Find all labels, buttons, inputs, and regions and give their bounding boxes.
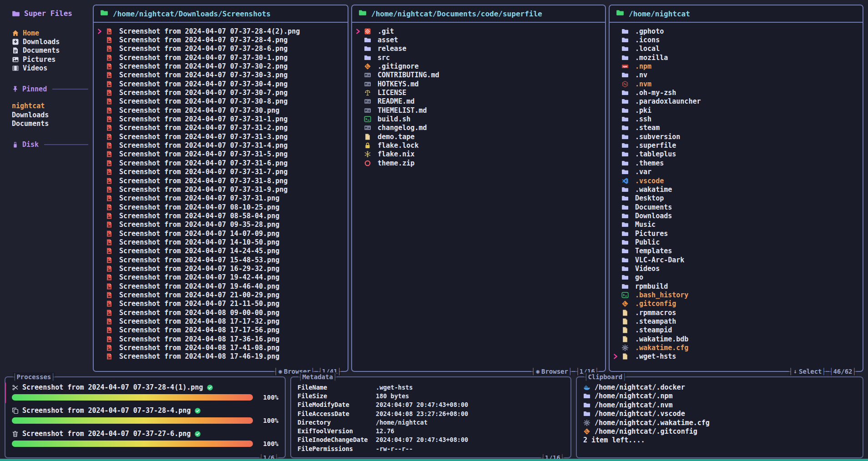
- file-row[interactable]: asset: [355, 35, 603, 44]
- file-row[interactable]: Desktop: [612, 194, 861, 203]
- file-row[interactable]: Screenshot from 2024-04-07 07-37-31-7.pn…: [96, 168, 346, 176]
- file-row[interactable]: .gitconfig: [612, 300, 861, 308]
- sidebar-item-downloads[interactable]: Downloads: [12, 37, 89, 46]
- process-item[interactable]: Screenshot from 2024-04-07 07-37-28-4(1)…: [12, 383, 278, 401]
- file-row[interactable]: npm.npm: [612, 62, 861, 70]
- file-row[interactable]: Screenshot from 2024-04-07 07-37-30-3.pn…: [96, 71, 346, 80]
- file-row[interactable]: Screenshot from 2024-04-07 08-10-25.png: [96, 203, 346, 211]
- file-row[interactable]: HOTKEYS.md: [355, 80, 603, 88]
- file-row[interactable]: Screenshot from 2024-04-07 07-37-31-9.pn…: [96, 185, 346, 194]
- file-row[interactable]: Screenshot from 2024-04-07 07-37-30-8.pn…: [96, 97, 346, 106]
- file-row[interactable]: changelog.md: [355, 124, 603, 132]
- sidebar-item-videos[interactable]: Videos: [12, 64, 89, 73]
- file-row[interactable]: .wakatime: [612, 185, 861, 194]
- file-row[interactable]: VLC-Arc-Dark: [612, 256, 861, 264]
- file-row[interactable]: Templates: [612, 247, 861, 256]
- file-row[interactable]: .mozilla: [612, 53, 861, 62]
- file-row[interactable]: Screenshot from 2024-04-07 07-37-30-7.pn…: [96, 88, 346, 97]
- file-row[interactable]: Screenshot from 2024-04-07 07-37-31-2.pn…: [96, 124, 346, 132]
- file-row[interactable]: Screenshot from 2024-04-08 17-17-32.png: [96, 317, 346, 326]
- sidebar-item-pictures[interactable]: Pictures: [12, 55, 89, 64]
- file-row[interactable]: Screenshot from 2024-04-07 19-42-44.png: [96, 273, 346, 282]
- file-row[interactable]: Screenshot from 2024-04-08 17-17-56.png: [96, 326, 346, 335]
- file-row[interactable]: Screenshot from 2024-04-07 07-37-30-2.pn…: [96, 62, 346, 70]
- sidebar-pinned-downloads[interactable]: Downloads: [12, 111, 89, 120]
- file-row[interactable]: .local: [612, 45, 861, 53]
- file-row[interactable]: Documents: [612, 203, 861, 211]
- file-row[interactable]: release: [355, 45, 603, 53]
- file-row[interactable]: LICENSE: [355, 88, 603, 97]
- file-row[interactable]: Pictures: [612, 229, 861, 238]
- file-row[interactable]: .steam: [612, 124, 861, 132]
- file-row[interactable]: .subversion: [612, 132, 861, 141]
- file-row[interactable]: Screenshot from 2024-04-08 17-36-16.png: [96, 335, 346, 343]
- file-row[interactable]: .nv: [612, 71, 861, 80]
- file-row[interactable]: .steampath: [612, 317, 861, 326]
- file-row[interactable]: Screenshot from 2024-04-08 17-46-19.png: [96, 352, 346, 361]
- sidebar-item-documents[interactable]: Documents: [12, 46, 89, 55]
- sidebar-pinned-nightcat[interactable]: nightcat: [12, 102, 89, 110]
- file-row[interactable]: .pki: [612, 106, 861, 115]
- file-row[interactable]: .wakatime.bdb: [612, 335, 861, 343]
- file-row[interactable]: go: [612, 273, 861, 282]
- file-row[interactable]: .gphoto: [612, 27, 861, 35]
- file-row[interactable]: .bash_history: [612, 291, 861, 299]
- file-row[interactable]: Screenshot from 2024-04-07 07-37-28-4.pn…: [96, 35, 346, 44]
- sidebar-pinned-documents[interactable]: Documents: [12, 120, 89, 128]
- file-row[interactable]: Screenshot from 2024-04-07 19-46-40.png: [96, 282, 346, 291]
- file-row[interactable]: Videos: [612, 264, 861, 273]
- file-row[interactable]: Screenshot from 2024-04-07 14-07-09.png: [96, 229, 346, 238]
- file-row[interactable]: .var: [612, 168, 861, 176]
- file-row[interactable]: Screenshot from 2024-04-08 09-00-00.png: [96, 308, 346, 317]
- file-row[interactable]: Screenshot from 2024-04-07 07-37-28-6.pn…: [96, 45, 346, 53]
- file-row[interactable]: Screenshot from 2024-04-07 07-37-30.png: [96, 106, 346, 115]
- file-row[interactable]: Screenshot from 2024-04-07 07-37-28-4(2)…: [96, 27, 346, 35]
- file-row[interactable]: .oh-my-zsh: [612, 88, 861, 97]
- file-row[interactable]: build.sh: [355, 115, 603, 123]
- file-row[interactable]: Screenshot from 2024-04-07 07-37-30-1.pn…: [96, 53, 346, 62]
- file-row[interactable]: Public: [612, 238, 861, 246]
- file-row[interactable]: Screenshot from 2024-04-07 07-37-30-4.pn…: [96, 80, 346, 88]
- file-row[interactable]: Screenshot from 2024-04-07 08-58-04.png: [96, 211, 346, 220]
- file-row[interactable]: Screenshot from 2024-04-07 14-24-45.png: [96, 247, 346, 256]
- file-row[interactable]: rpmbuild: [612, 282, 861, 291]
- file-row[interactable]: Screenshot from 2024-04-07 07-37-31-6.pn…: [96, 159, 346, 167]
- file-row[interactable]: flake.lock: [355, 141, 603, 150]
- file-row[interactable]: Screenshot from 2024-04-07 07-37-31-4.pn…: [96, 141, 346, 150]
- file-row[interactable]: .gitignore: [355, 62, 603, 70]
- file-row[interactable]: THEMELIST.md: [355, 106, 603, 115]
- file-row[interactable]: Screenshot from 2024-04-07 07-37-31-3.pn…: [96, 132, 346, 141]
- file-row[interactable]: Downloads: [612, 211, 861, 220]
- file-row[interactable]: .themes: [612, 159, 861, 167]
- file-row[interactable]: .wakatime.cfg: [612, 343, 861, 352]
- file-row[interactable]: .steampid: [612, 326, 861, 335]
- process-item[interactable]: Screenshot from 2024-04-07 07-37-27-6.pn…: [12, 429, 278, 447]
- file-row[interactable]: .rpmmacros: [612, 308, 861, 317]
- file-row[interactable]: theme.zip: [355, 159, 603, 167]
- file-row[interactable]: .wget-hsts: [612, 352, 861, 361]
- file-row[interactable]: Screenshot from 2024-04-08 17-41-08.png: [96, 343, 346, 352]
- file-row[interactable]: Screenshot from 2024-04-07 07-37-31-5.pn…: [96, 150, 346, 159]
- sidebar-item-home[interactable]: Home: [12, 29, 89, 37]
- file-row[interactable]: Screenshot from 2024-04-07 07-37-31.png: [96, 194, 346, 203]
- file-row[interactable]: README.md: [355, 97, 603, 106]
- file-row[interactable]: CONTRIBUTING.md: [355, 71, 603, 80]
- file-row[interactable]: demo.tape: [355, 132, 603, 141]
- file-row[interactable]: .paradoxlauncher: [612, 97, 861, 106]
- file-row[interactable]: Screenshot from 2024-04-07 21-11-50.png: [96, 300, 346, 308]
- file-row[interactable]: .vscode: [612, 176, 861, 185]
- file-row[interactable]: Screenshot from 2024-04-07 15-48-53.png: [96, 256, 346, 264]
- file-row[interactable]: Screenshot from 2024-04-07 14-10-50.png: [96, 238, 346, 246]
- file-row[interactable]: .git: [355, 27, 603, 35]
- file-row[interactable]: Music: [612, 220, 861, 229]
- file-row[interactable]: .ssh: [612, 115, 861, 123]
- process-item[interactable]: Screenshot from 2024-04-07 07-37-28-4.pn…: [12, 406, 278, 424]
- file-row[interactable]: Screenshot from 2024-04-07 09-35-28.png: [96, 220, 346, 229]
- file-row[interactable]: .superfile: [612, 141, 861, 150]
- file-row[interactable]: .nvm: [612, 80, 861, 88]
- file-row[interactable]: Screenshot from 2024-04-07 16-29-32.png: [96, 264, 346, 273]
- file-row[interactable]: Screenshot from 2024-04-07 07-37-31-1.pn…: [96, 115, 346, 123]
- file-row[interactable]: .icons: [612, 35, 861, 44]
- file-row[interactable]: flake.nix: [355, 150, 603, 159]
- file-row[interactable]: src: [355, 53, 603, 62]
